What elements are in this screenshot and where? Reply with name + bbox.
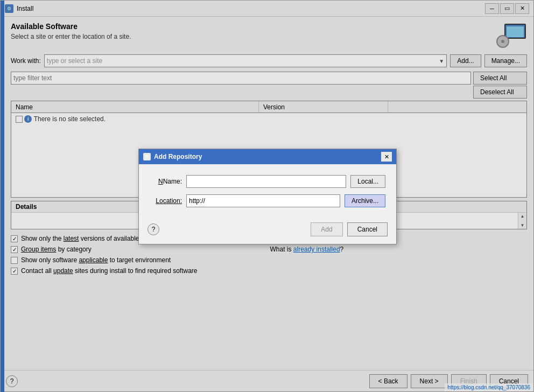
dialog-body: NName: Local... Location: Archive... — [139, 164, 396, 222]
main-window: ⚙ Install ─ ▭ ✕ Available Software Selec… — [0, 0, 534, 392]
dialog-name-input[interactable] — [186, 175, 346, 188]
dialog-close-button[interactable]: ✕ — [381, 152, 392, 162]
dialog-archive-button[interactable]: Archive... — [345, 194, 385, 207]
dialog-title-bar: ⚙ Add Repository ✕ — [139, 149, 396, 164]
dialog-local-button[interactable]: Local... — [350, 175, 385, 188]
dialog-title-icon: ⚙ — [143, 153, 151, 160]
dialog-add-button[interactable]: Add — [311, 222, 342, 236]
dialog-name-label: NName: — [150, 178, 182, 185]
dialog-location-input[interactable] — [186, 194, 340, 207]
dialog-icon: ⚙ — [145, 154, 149, 159]
dialog-overlay: ⚙ Add Repository ✕ NName: Local... — [1, 1, 534, 392]
dialog-footer: ? Add Cancel — [139, 222, 396, 244]
add-repository-dialog: ⚙ Add Repository ✕ NName: Local... — [138, 149, 397, 244]
dialog-location-row: Location: Archive... — [150, 194, 385, 207]
dialog-name-row: NName: Local... — [150, 175, 385, 188]
dialog-location-label: Location: — [150, 197, 182, 205]
dialog-title: Add Repository — [154, 153, 378, 160]
dialog-cancel-button[interactable]: Cancel — [347, 222, 388, 236]
dialog-help-button[interactable]: ? — [147, 223, 159, 235]
